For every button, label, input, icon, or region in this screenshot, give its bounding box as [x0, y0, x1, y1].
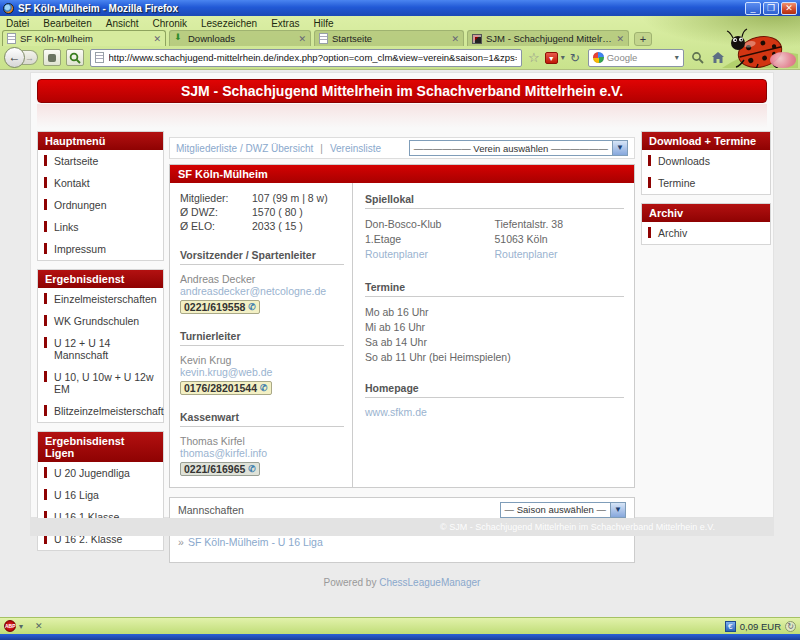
mannschaften-title: Mannschaften: [178, 504, 244, 516]
tab-sjm[interactable]: SJM - Schachjugend Mittelrhein in Schac.…: [467, 30, 629, 46]
sidebar-item-wk-grundschulen[interactable]: WK Grundschulen: [38, 310, 163, 332]
tab-close-icon[interactable]: [153, 34, 161, 44]
currency-icon[interactable]: [725, 621, 736, 632]
tab-downloads[interactable]: Downloads: [169, 30, 311, 46]
homepage-link[interactable]: www.sfkm.de: [365, 406, 427, 418]
adblock-plus-icon[interactable]: [4, 620, 16, 632]
menu-hilfe[interactable]: Hilfe: [314, 18, 334, 29]
sidebar-item-ordnungen[interactable]: Ordnungen: [38, 194, 163, 216]
email-link[interactable]: andreasdecker@netcologne.de: [180, 285, 344, 297]
module-archiv: Archiv Archiv: [641, 203, 771, 245]
magnifier-icon: [69, 52, 81, 64]
email-link[interactable]: thomas@kirfel.info: [180, 447, 344, 459]
sidebar-item-startseite[interactable]: Startseite: [38, 150, 163, 172]
menu-bar: Datei Bearbeiten Ansicht Chronik Lesezei…: [0, 16, 800, 30]
chessleaguemanager-link[interactable]: ChessLeagueManager: [379, 577, 480, 588]
page-favicon-icon: [7, 33, 16, 44]
search-engine-label: Google: [607, 52, 672, 63]
email-link[interactable]: kevin.krug@web.de: [180, 366, 344, 378]
sidebar-item-links[interactable]: Links: [38, 216, 163, 238]
chevron-down-icon[interactable]: [612, 141, 627, 155]
chevron-down-icon[interactable]: [561, 53, 565, 62]
venue-address: Don-Bosco-Klub 1.Etage Routenplaner: [365, 217, 495, 263]
saison-select[interactable]: — Saison auswählen —: [500, 502, 626, 518]
new-tab-button[interactable]: +: [634, 32, 652, 46]
verein-select[interactable]: —————— Verein auswählen ——————: [409, 140, 628, 156]
menu-datei[interactable]: Datei: [6, 18, 29, 29]
restore-button[interactable]: [763, 2, 779, 15]
chevron-down-icon[interactable]: [610, 503, 625, 517]
extension-icon: [48, 54, 56, 62]
menu-chronik[interactable]: Chronik: [153, 18, 187, 29]
sidebar-item-einzelmeisterschaften[interactable]: Einzelmeisterschaften: [38, 288, 163, 310]
module-title: Download + Termine: [642, 132, 770, 150]
home-icon[interactable]: [711, 51, 725, 64]
search-input[interactable]: Google: [588, 49, 684, 67]
chevron-down-icon[interactable]: [675, 53, 679, 62]
menu-ansicht[interactable]: Ansicht: [106, 18, 139, 29]
menu-lesezeichen[interactable]: Lesezeichen: [201, 18, 257, 29]
download-helper-icon[interactable]: [545, 52, 558, 64]
stat-row: Ø ELO: 2033 ( 15 ): [180, 219, 344, 233]
sidebar-item-downloads[interactable]: Downloads: [642, 150, 770, 172]
sidebar-item-termine[interactable]: Termine: [642, 172, 770, 194]
routenplaner-link[interactable]: Routenplaner: [365, 247, 428, 262]
module-title: Hauptmenü: [38, 132, 163, 150]
phone-number[interactable]: 0221/616965: [180, 462, 260, 476]
sidebar-item-u20-jugendliga[interactable]: U 20 Jugendliga: [38, 462, 163, 484]
powered-by: Powered by ChessLeagueManager: [169, 577, 635, 588]
routenplaner-link[interactable]: Routenplaner: [495, 247, 558, 262]
refresh-rate-icon[interactable]: [785, 621, 796, 632]
search-icon[interactable]: [691, 51, 704, 64]
reload-icon[interactable]: [570, 51, 580, 65]
back-button[interactable]: [4, 47, 25, 68]
link-vereinsliste[interactable]: Vereinsliste: [330, 143, 381, 154]
window-titlebar: SF Köln-Mülheim - Mozilla Firefox: [0, 0, 800, 16]
stat-row: Ø DWZ: 1570 ( 80 ): [180, 205, 344, 219]
separator: |: [320, 143, 323, 154]
link-mitgliederliste[interactable]: Mitgliederliste / DWZ Übersicht: [176, 143, 313, 154]
club-toolbar: Mitgliederliste / DWZ Übersicht | Verein…: [169, 137, 635, 159]
page-container: SJM - Schachjugend Mittelrhein im Schach…: [30, 72, 774, 518]
sidebar-item-kontakt[interactable]: Kontakt: [38, 172, 163, 194]
sidebar-item-u12-u14[interactable]: U 12 + U 14 Mannschaft: [38, 332, 163, 366]
stat-row: Mitglieder: 107 (99 m | 8 w): [180, 191, 344, 205]
module-title: Ergebnisdienst Ligen: [38, 432, 163, 462]
minimize-button[interactable]: [745, 2, 761, 15]
sidebar-item-impressum[interactable]: Impressum: [38, 238, 163, 260]
phone-number[interactable]: 0176/28201544: [180, 381, 272, 395]
url-bar[interactable]: http://www.schachjugend-mittelrhein.de/i…: [90, 49, 522, 67]
sidebar-item-u16-liga[interactable]: U 16 Liga: [38, 484, 163, 506]
addon-bar: 0,09 EUR: [0, 617, 800, 634]
menu-extras[interactable]: Extras: [271, 18, 299, 29]
magnifier-button[interactable]: [66, 49, 84, 66]
team-link[interactable]: SF Köln-Mülheim - U 16 Liga: [178, 536, 323, 548]
left-sidebar: Hauptmenü Startseite Kontakt Ordnungen L…: [37, 131, 164, 559]
menu-bearbeiten[interactable]: Bearbeiten: [43, 18, 91, 29]
close-addon-bar-icon[interactable]: [35, 621, 43, 631]
person-name: Thomas Kirfel: [180, 435, 344, 447]
bookmark-star-icon[interactable]: [528, 51, 540, 65]
tab-close-icon[interactable]: [616, 34, 624, 44]
url-text[interactable]: http://www.schachjugend-mittelrhein.de/i…: [109, 52, 517, 63]
browser-chrome: Datei Bearbeiten Ansicht Chronik Lesezei…: [0, 16, 800, 70]
sidebar-item-blitz[interactable]: Blitzeinzelmeisterschaft: [38, 400, 163, 422]
window-border: [0, 634, 800, 640]
toolbar-extension-button[interactable]: [43, 49, 61, 66]
role-heading: Turnierleiter: [180, 330, 344, 346]
club-info-box: SF Köln-Mülheim Mitglieder: 107 (99 m | …: [169, 164, 635, 488]
tab-close-icon[interactable]: [298, 34, 306, 44]
chevron-down-icon[interactable]: [19, 622, 23, 631]
tab-sf-koeln-muelheim[interactable]: SF Köln-Mülheim: [2, 30, 166, 46]
phone-number[interactable]: 0221/619558: [180, 300, 260, 314]
firefox-icon: [3, 3, 14, 14]
sidebar-item-archiv[interactable]: Archiv: [642, 222, 770, 244]
close-button[interactable]: [781, 2, 797, 15]
tab-close-icon[interactable]: [451, 34, 459, 44]
module-ergebnisdienst: Ergebnisdienst Einzelmeisterschaften WK …: [37, 269, 164, 423]
site-banner: SJM - Schachjugend Mittelrhein im Schach…: [37, 79, 767, 103]
termin-line: Sa ab 14 Uhr: [365, 335, 624, 350]
module-title: Archiv: [642, 204, 770, 222]
sidebar-item-u10-em[interactable]: U 10, U 10w + U 12w EM: [38, 366, 163, 400]
tab-startseite[interactable]: Startseite: [314, 30, 464, 46]
